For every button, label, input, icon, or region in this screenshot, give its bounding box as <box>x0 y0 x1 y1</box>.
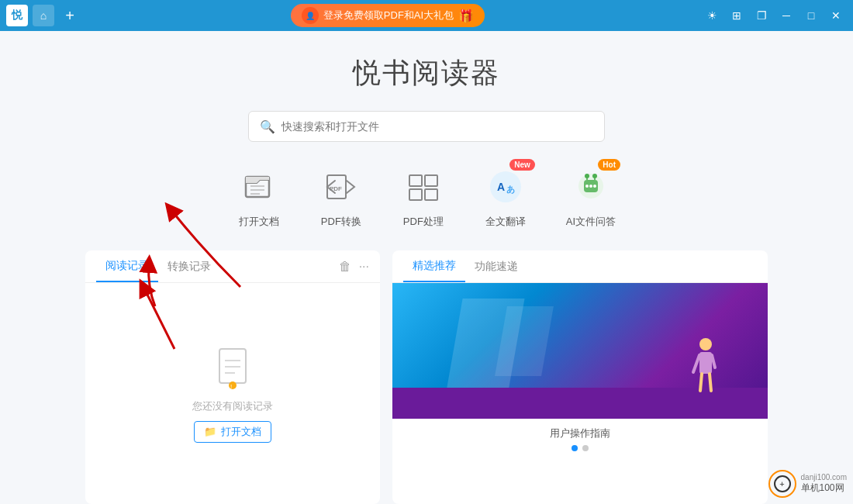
translate-label: 全文翻译 <box>485 215 526 229</box>
svg-point-7 <box>490 171 521 202</box>
carousel-dot-2[interactable] <box>582 445 589 451</box>
right-panel-body: 用户操作指南 <box>392 283 768 504</box>
search-input[interactable] <box>281 120 593 133</box>
svg-line-29 <box>700 374 702 391</box>
panel-tab-actions: 🗑 ··· <box>339 260 369 274</box>
empty-text: 您还没有阅读记录 <box>192 399 273 413</box>
carousel-dots <box>572 445 589 451</box>
left-panel: 阅读记录 转换记录 🗑 ··· ! <box>85 250 380 504</box>
window-controls: ☀ ⊞ ❐ ─ □ ✕ <box>701 5 847 26</box>
ai-qa-icon <box>573 169 609 205</box>
feature-ai-qa[interactable]: Hot AI文件问答 <box>566 165 616 229</box>
pdf-process-icon-wrap <box>402 165 445 209</box>
pdf-process-label: PDF处理 <box>403 215 444 229</box>
home-button[interactable]: ⌂ <box>33 5 54 26</box>
bottom-panels: 阅读记录 转换记录 🗑 ··· ! <box>85 250 768 504</box>
new-tab-button[interactable]: + <box>59 5 81 26</box>
svg-point-18 <box>592 174 597 178</box>
titlebar: 悦 ⌂ + 👤 登录免费领取PDF和AI大礼包 🎁 ☀ ⊞ ❐ ─ □ ✕ <box>0 0 853 31</box>
watermark-inner: + <box>774 475 791 492</box>
left-panel-body: ! 您还没有阅读记录 📁 打开文档 <box>85 283 380 504</box>
folder-icon: 📁 <box>204 426 216 437</box>
pdf-convert-icon-wrap: PDF <box>319 165 363 209</box>
tab-convert-history[interactable]: 转换记录 <box>158 252 220 281</box>
feature-translate[interactable]: New A あ 全文翻译 <box>484 165 527 229</box>
settings-button[interactable]: ❐ <box>751 5 772 26</box>
svg-point-14 <box>593 185 596 188</box>
person-figure <box>690 335 721 397</box>
delete-icon[interactable]: 🗑 <box>339 260 351 274</box>
feature-pdf-convert[interactable]: PDF PDF转换 <box>319 165 363 229</box>
svg-text:PDF: PDF <box>330 185 342 192</box>
pdf-convert-icon: PDF <box>323 169 359 205</box>
featured-image <box>392 283 768 419</box>
minimize-button[interactable]: ─ <box>775 5 797 26</box>
avatar: 👤 <box>302 7 319 24</box>
more-icon[interactable]: ··· <box>359 260 369 274</box>
translate-icon-wrap: New A あ <box>484 165 527 209</box>
carousel-dot-1[interactable] <box>572 445 578 451</box>
featured-title: 用户操作指南 <box>550 426 610 440</box>
svg-point-17 <box>585 174 589 178</box>
right-panel: 精选推荐 功能速递 <box>392 250 768 504</box>
tab-featured[interactable]: 精选推荐 <box>403 251 465 282</box>
right-panel-tabs: 精选推荐 功能速递 <box>392 250 768 283</box>
svg-rect-3 <box>409 175 422 186</box>
watermark: + danji100.com 单机100网 <box>768 470 847 498</box>
close-button[interactable]: ✕ <box>825 5 847 26</box>
watermark-site: danji100.com <box>801 473 847 482</box>
pdf-process-icon <box>406 169 441 205</box>
ai-qa-icon-wrap: Hot <box>569 165 613 209</box>
app-title: 悦书阅读器 <box>353 54 500 92</box>
tab-read-history[interactable]: 阅读记录 <box>96 251 158 282</box>
promo-fire-icon: 🎁 <box>458 9 474 23</box>
left-panel-tabs: 阅读记录 转换记录 🗑 ··· <box>85 250 380 283</box>
open-doc-label: 打开文档 <box>239 215 279 229</box>
open-doc-icon <box>241 169 277 205</box>
watermark-text: danji100.com 单机100网 <box>801 473 847 495</box>
titlebar-center: 👤 登录免费领取PDF和AI大礼包 🎁 <box>81 4 695 27</box>
svg-line-28 <box>712 355 715 368</box>
search-bar[interactable]: 🔍 <box>248 111 605 142</box>
svg-rect-6 <box>425 189 437 200</box>
svg-text:!: ! <box>230 383 232 390</box>
grid-button[interactable]: ⊞ <box>726 5 748 26</box>
theme-button[interactable]: ☀ <box>701 5 723 26</box>
search-icon: 🔍 <box>260 119 275 134</box>
tab-quick[interactable]: 功能速递 <box>465 252 527 281</box>
features-row: 打开文档 PDF PDF转换 <box>237 165 616 229</box>
maximize-button[interactable]: □ <box>800 5 822 26</box>
pdf-convert-label: PDF转换 <box>321 215 361 229</box>
svg-rect-26 <box>699 352 712 374</box>
svg-text:A: A <box>497 181 505 193</box>
open-doc-link[interactable]: 📁 打开文档 <box>194 421 271 443</box>
svg-point-12 <box>585 185 589 188</box>
app-logo: 悦 <box>6 5 28 26</box>
svg-rect-4 <box>425 175 437 186</box>
translate-icon: A あ <box>488 169 523 205</box>
watermark-label: 单机100网 <box>801 482 847 495</box>
promo-text: 登录免费领取PDF和AI大礼包 <box>323 9 454 22</box>
svg-line-27 <box>693 355 699 372</box>
ai-qa-label: AI文件问答 <box>566 215 616 229</box>
feature-pdf-process[interactable]: PDF处理 <box>402 165 445 229</box>
svg-point-25 <box>699 338 712 350</box>
empty-state-icon: ! <box>213 345 252 392</box>
feature-open-doc[interactable]: 打开文档 <box>237 165 281 229</box>
open-doc-link-label: 打开文档 <box>221 425 261 439</box>
badge-new: New <box>509 159 535 171</box>
svg-rect-5 <box>409 189 422 200</box>
open-doc-icon-wrap <box>237 165 281 209</box>
svg-line-30 <box>710 374 711 391</box>
badge-hot: Hot <box>598 159 620 171</box>
watermark-icon: + <box>768 470 796 498</box>
svg-point-13 <box>589 185 592 188</box>
svg-text:あ: あ <box>506 185 515 194</box>
main-content: 悦书阅读器 🔍 打开文档 PDF <box>0 31 853 504</box>
svg-rect-19 <box>219 349 246 383</box>
promo-button[interactable]: 👤 登录免费领取PDF和AI大礼包 🎁 <box>291 4 485 27</box>
